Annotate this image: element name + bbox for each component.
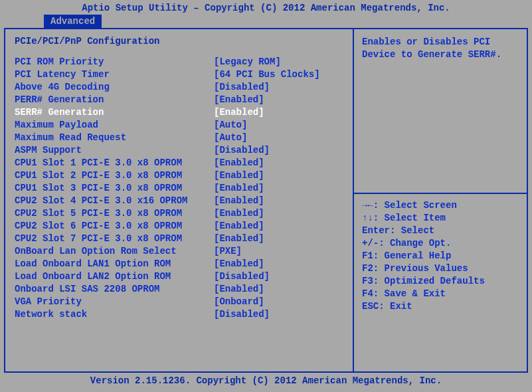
setting-value[interactable]: [Enabled] bbox=[214, 283, 343, 296]
legend-row: F1: General Help bbox=[362, 250, 519, 262]
setting-row[interactable]: Network stack[Disabled] bbox=[15, 308, 343, 321]
setting-label: CPU1 Slot 3 PCI-E 3.0 x8 OPROM bbox=[15, 182, 214, 195]
setting-row[interactable]: CPU2 Slot 5 PCI-E 3.0 x8 OPROM[Enabled] bbox=[15, 207, 343, 220]
setting-value[interactable]: [Enabled] bbox=[214, 157, 343, 169]
help-panel: Enables or Disables PCI Device to Genera… bbox=[354, 29, 527, 371]
settings-list: PCI ROM Priority[Legacy ROM]PCI Latency … bbox=[15, 56, 343, 321]
setting-row[interactable]: CPU2 Slot 6 PCI-E 3.0 x8 OPROM[Enabled] bbox=[15, 220, 343, 233]
section-title: PCIe/PCI/PnP Configuration bbox=[15, 36, 343, 47]
tab-advanced[interactable]: Advanced bbox=[44, 15, 102, 28]
setting-label: VGA Priority bbox=[15, 296, 214, 308]
setting-label: PCI ROM Priority bbox=[15, 56, 214, 68]
setting-value[interactable]: [Enabled] bbox=[214, 233, 343, 245]
setting-row[interactable]: CPU1 Slot 1 PCI-E 3.0 x8 OPROM[Enabled] bbox=[15, 157, 343, 169]
setting-value[interactable]: [Enabled] bbox=[214, 207, 343, 220]
setting-row[interactable]: Onboard LSI SAS 2208 OPROM[Enabled] bbox=[15, 283, 343, 296]
main-frame: PCIe/PCI/PnP Configuration PCI ROM Prior… bbox=[4, 28, 528, 373]
setting-label: SERR# Generation bbox=[15, 106, 214, 119]
setting-label: CPU2 Slot 5 PCI-E 3.0 x8 OPROM bbox=[15, 207, 214, 220]
setting-row[interactable]: CPU2 Slot 4 PCI-E 3.0 x16 OPROM[Enabled] bbox=[15, 195, 343, 207]
title-bar: Aptio Setup Utility – Copyright (C) 2012… bbox=[0, 0, 532, 15]
setting-value[interactable]: [Enabled] bbox=[214, 258, 343, 270]
setting-label: CPU1 Slot 1 PCI-E 3.0 x8 OPROM bbox=[15, 157, 214, 169]
legend-row: F2: Previous Values bbox=[362, 262, 519, 275]
setting-label: Maximum Payload bbox=[15, 119, 214, 132]
setting-row[interactable]: VGA Priority[Onboard] bbox=[15, 296, 343, 308]
setting-label: CPU2 Slot 7 PCI-E 3.0 x8 OPROM bbox=[15, 233, 214, 245]
setting-label: Maximum Read Request bbox=[15, 132, 214, 144]
setting-label: Network stack bbox=[15, 308, 214, 321]
setting-value[interactable]: [Onboard] bbox=[214, 296, 343, 308]
setting-label: Load Onboard LAN2 Option ROM bbox=[15, 270, 214, 283]
setting-label: ASPM Support bbox=[15, 144, 214, 157]
setting-value[interactable]: [Enabled] bbox=[214, 182, 343, 195]
setting-value[interactable]: [Disabled] bbox=[214, 270, 343, 283]
setting-label: PERR# Generation bbox=[15, 94, 214, 106]
legend-row: →←: Select Screen bbox=[362, 199, 519, 212]
setting-row[interactable]: SERR# Generation[Enabled] bbox=[15, 106, 343, 119]
setting-row[interactable]: Maximum Payload[Auto] bbox=[15, 119, 343, 132]
legend-row: Enter: Select bbox=[362, 225, 519, 237]
setting-value[interactable]: [Disabled] bbox=[214, 81, 343, 94]
setting-value[interactable]: [Enabled] bbox=[214, 94, 343, 106]
setting-label: CPU2 Slot 6 PCI-E 3.0 x8 OPROM bbox=[15, 220, 214, 233]
setting-label: CPU1 Slot 2 PCI-E 3.0 x8 OPROM bbox=[15, 169, 214, 182]
setting-value[interactable]: [Legacy ROM] bbox=[214, 56, 343, 68]
setting-label: OnBoard Lan Option Rom Select bbox=[15, 245, 214, 258]
setting-label: Above 4G Decoding bbox=[15, 81, 214, 94]
legend-row: ↑↓: Select Item bbox=[362, 212, 519, 225]
setting-row[interactable]: Maximum Read Request[Auto] bbox=[15, 132, 343, 144]
setting-label: Load Onboard LAN1 Option ROM bbox=[15, 258, 214, 270]
setting-value[interactable]: [Disabled] bbox=[214, 308, 343, 321]
setting-value[interactable]: [64 PCI Bus Clocks] bbox=[214, 68, 343, 81]
setting-row[interactable]: Above 4G Decoding[Disabled] bbox=[15, 81, 343, 94]
setting-row[interactable]: PERR# Generation[Enabled] bbox=[15, 94, 343, 106]
settings-panel: PCIe/PCI/PnP Configuration PCI ROM Prior… bbox=[5, 29, 354, 371]
setting-value[interactable]: [Enabled] bbox=[214, 106, 343, 119]
setting-label: CPU2 Slot 4 PCI-E 3.0 x16 OPROM bbox=[15, 195, 214, 207]
help-text: Enables or Disables PCI Device to Genera… bbox=[362, 36, 519, 189]
setting-value[interactable]: [Disabled] bbox=[214, 144, 343, 157]
setting-row[interactable]: ASPM Support[Disabled] bbox=[15, 144, 343, 157]
setting-row[interactable]: PCI Latency Timer[64 PCI Bus Clocks] bbox=[15, 68, 343, 81]
legend-row: ESC: Exit bbox=[362, 300, 519, 313]
setting-value[interactable]: [Auto] bbox=[214, 119, 343, 132]
setting-row[interactable]: CPU1 Slot 2 PCI-E 3.0 x8 OPROM[Enabled] bbox=[15, 169, 343, 182]
legend-row: F3: Optimized Defaults bbox=[362, 275, 519, 288]
setting-label: Onboard LSI SAS 2208 OPROM bbox=[15, 283, 214, 296]
panel-divider bbox=[354, 193, 527, 194]
setting-value[interactable]: [Auto] bbox=[214, 132, 343, 144]
tab-bar: Advanced bbox=[0, 15, 532, 28]
setting-row[interactable]: Load Onboard LAN1 Option ROM[Enabled] bbox=[15, 258, 343, 270]
setting-row[interactable]: PCI ROM Priority[Legacy ROM] bbox=[15, 56, 343, 68]
setting-row[interactable]: Load Onboard LAN2 Option ROM[Disabled] bbox=[15, 270, 343, 283]
setting-row[interactable]: CPU1 Slot 3 PCI-E 3.0 x8 OPROM[Enabled] bbox=[15, 182, 343, 195]
legend-row: F4: Save & Exit bbox=[362, 288, 519, 300]
key-legend: →←: Select Screen↑↓: Select ItemEnter: S… bbox=[362, 199, 519, 313]
setting-value[interactable]: [Enabled] bbox=[214, 220, 343, 233]
setting-label: PCI Latency Timer bbox=[15, 68, 214, 81]
setting-value[interactable]: [Enabled] bbox=[214, 195, 343, 207]
setting-value[interactable]: [Enabled] bbox=[214, 169, 343, 182]
legend-row: +/-: Change Opt. bbox=[362, 237, 519, 250]
setting-value[interactable]: [PXE] bbox=[214, 245, 343, 258]
footer-bar: Version 2.15.1236. Copyright (C) 2012 Am… bbox=[0, 373, 532, 386]
setting-row[interactable]: CPU2 Slot 7 PCI-E 3.0 x8 OPROM[Enabled] bbox=[15, 233, 343, 245]
setting-row[interactable]: OnBoard Lan Option Rom Select[PXE] bbox=[15, 245, 343, 258]
